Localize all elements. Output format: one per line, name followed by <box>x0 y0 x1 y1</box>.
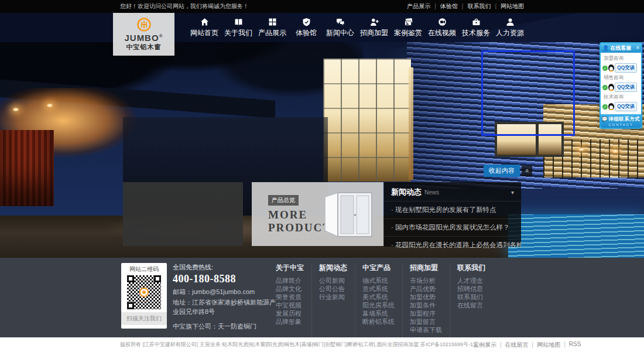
nav-item-cases[interactable]: 案例鉴赏 <box>391 13 425 42</box>
nav-label: 体验馆 <box>296 28 317 38</box>
more-products-box[interactable]: 产品总览 MORE PRODUCTS <box>252 182 383 246</box>
collapse-arrow-button[interactable]: « <box>522 166 532 176</box>
topbar-links: 产品展示体验馆联系我们网站地图 <box>407 2 524 11</box>
footer-link[interactable]: 断桥铝系统 <box>362 317 395 326</box>
footer-column-join: 招商加盟 市场分析产品优势加盟优势加盟条件加盟程序加盟留言申请表下载 <box>410 263 450 337</box>
footer-link[interactable]: 品牌简介 <box>276 276 304 285</box>
qr-card: 网站二维码 扫描关注我们 <box>121 263 167 329</box>
footer-link[interactable]: 行业新闻 <box>319 293 347 301</box>
bottombar-link[interactable]: 网站地图 <box>529 341 561 349</box>
qq-penguin-icon <box>608 103 614 110</box>
user-plus-icon <box>370 18 379 26</box>
news-item[interactable]: · 花园阳光房在漫长的道路上必然会遇到各种挑战 <box>384 236 521 254</box>
bottombar-link[interactable]: 案例展示 <box>473 341 496 349</box>
products-tag: 产品总览 <box>268 195 299 206</box>
nav-label: 人力资源 <box>496 28 524 38</box>
bottombar-link[interactable]: RSS <box>560 341 581 349</box>
footer-link[interactable]: 产品优势 <box>410 285 442 293</box>
footer-link[interactable]: 加盟程序 <box>410 309 442 317</box>
toolbox-icon <box>472 18 481 26</box>
book-icon <box>234 18 243 26</box>
nav-label: 在线视频 <box>428 28 456 38</box>
topbar-link[interactable]: 联系我们 <box>458 2 491 11</box>
nav-item-tech[interactable]: 技术服务 <box>459 13 493 42</box>
check-icon: ✓ <box>602 85 608 90</box>
nav-item-experience[interactable]: 体验馆 <box>289 13 323 42</box>
nav-item-home[interactable]: 网站首页 <box>187 13 221 42</box>
nav-item-join[interactable]: 招商加盟 <box>357 13 391 42</box>
bottombar-link[interactable]: 在线留言 <box>496 341 529 349</box>
qq-penguin-icon <box>608 64 614 71</box>
footer-link[interactable]: 品牌文化 <box>276 285 304 293</box>
hero-red-slat-wall <box>0 130 54 206</box>
footer-address: 地址：江苏省张家港妙桥镇新能源产业园兄华路8号 <box>173 298 276 317</box>
footer-column-title: 招商加盟 <box>410 263 442 273</box>
footer-link[interactable]: 人才理念 <box>457 276 485 285</box>
footer-link[interactable]: 荣誉资质 <box>276 293 304 301</box>
chevron-down-icon[interactable]: ▾ <box>511 189 514 196</box>
topbar-link[interactable]: 产品展示 <box>407 2 430 11</box>
news-list: · 现在别墅阳光房的发展有了新特点· 国内市场花园阳光房发展状况怎么样？· 花园… <box>384 201 521 254</box>
hero-light-dot <box>612 149 618 153</box>
logo-subtitle: 中宝铝木窗 <box>126 43 162 52</box>
footer-link[interactable]: 公司新闻 <box>319 276 347 285</box>
chevron-up-icon: « <box>524 169 530 172</box>
footer-link[interactable]: 幕墙系统 <box>362 309 395 317</box>
footer-link[interactable]: 美式系统 <box>362 293 395 301</box>
service-group: 销售咨询 ✓ QQ交谈 <box>602 74 639 92</box>
nav-item-news[interactable]: 新闻中心 <box>323 13 357 42</box>
service-panel-body: 加盟咨询 ✓ QQ交谈 销售咨询 ✓ <box>601 53 641 114</box>
nav-label: 产品展示 <box>258 28 286 38</box>
home-icon <box>200 18 209 26</box>
news-item[interactable]: · 现在别墅阳光房的发展有了新特点 <box>384 201 521 218</box>
footer: 网站二维码 扫描关注我们 全国免费热线: 400-180-8588 邮箱：jum… <box>0 258 644 337</box>
footer-link[interactable]: 德式系统 <box>362 276 395 285</box>
nav-item-products[interactable]: 产品展示 <box>255 13 289 42</box>
qq-chat-button[interactable]: QQ交谈 <box>615 83 637 92</box>
news-item[interactable]: · 国内市场花园阳光房发展状况怎么样？ <box>384 218 521 236</box>
footer-link[interactable]: 招聘信息 <box>457 285 485 293</box>
hero-highlight-box <box>481 50 575 136</box>
footer-column-products: 中宝产品 德式系统意式系统美式系统阳光房系统幕墙系统断桥铝系统 <box>362 263 403 337</box>
footer-link[interactable]: 联系我们 <box>457 293 485 301</box>
service-group-label: 加盟咨询 <box>604 55 639 62</box>
service-contact-label: 详细联系方式 <box>608 116 640 122</box>
topbar-link[interactable]: 体验馆 <box>430 2 458 11</box>
footer-link[interactable]: 阳光房系统 <box>362 301 395 309</box>
qr-logo-badge <box>139 288 149 297</box>
collapse-content-button[interactable]: 收起内容 <box>484 165 520 177</box>
footer-link[interactable]: 市场分析 <box>410 276 442 285</box>
footer-link[interactable]: 公司公告 <box>319 285 347 293</box>
nav-item-hr[interactable]: 人力资源 <box>493 13 527 42</box>
service-user-icon: 👤 <box>602 46 609 51</box>
nav-item-video[interactable]: 在线视频 <box>425 13 459 42</box>
footer-link[interactable]: 加盟优势 <box>410 293 442 301</box>
nav-label: 关于我们 <box>224 28 252 38</box>
chat-icon <box>336 18 345 26</box>
footer-link[interactable]: 意式系统 <box>362 285 395 293</box>
service-panel-header: 👤 在线客服 × <box>601 43 641 53</box>
nav-item-about[interactable]: 关于我们 <box>221 13 255 42</box>
nav-label: 案例鉴赏 <box>394 28 422 38</box>
topbar-link[interactable]: 网站地图 <box>491 2 524 11</box>
footer-link[interactable]: 中宝视频 <box>276 301 304 309</box>
service-contact-footer[interactable]: 💬详细联系方式 CONTACT <box>601 114 641 128</box>
gallery-icon <box>404 18 413 26</box>
footer-link[interactable]: 申请表下载 <box>410 326 442 334</box>
footer-link[interactable]: 加盟条件 <box>410 301 442 309</box>
service-group: 技术咨询 ✓ QQ交谈 <box>602 94 639 111</box>
qq-penguin-icon <box>608 84 614 91</box>
company-logo[interactable]: JUMBO® 中宝铝木窗 <box>113 13 174 56</box>
check-icon: ✓ <box>602 104 608 110</box>
close-icon[interactable]: × <box>636 45 639 51</box>
footer-contact: 全国免费热线: 400-180-8588 邮箱：jumbo@51jumbo.co… <box>173 263 276 337</box>
service-group-label: 技术咨询 <box>604 94 639 101</box>
footer-link[interactable]: 发展历程 <box>276 309 304 317</box>
footer-link[interactable]: 在线留言 <box>457 301 485 309</box>
footer-link[interactable]: 加盟留言 <box>410 317 442 326</box>
qq-chat-button[interactable]: QQ交谈 <box>615 102 637 111</box>
hotline-number: 400-180-8588 <box>173 273 276 285</box>
service-group: 加盟咨询 ✓ QQ交谈 <box>602 55 639 73</box>
footer-link[interactable]: 品牌形象 <box>276 317 304 326</box>
qq-chat-button[interactable]: QQ交谈 <box>615 63 637 73</box>
